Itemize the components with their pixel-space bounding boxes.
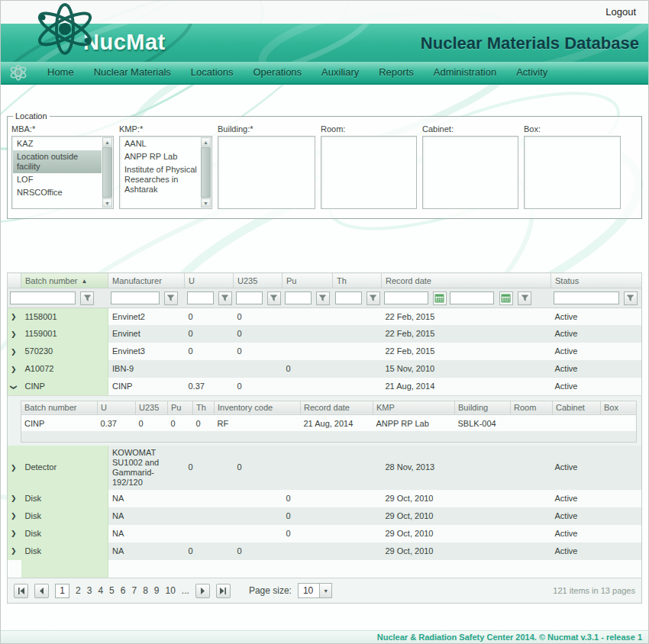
expand-row-icon[interactable]: ❯ xyxy=(11,365,17,375)
pu-filter-button[interactable] xyxy=(316,291,330,305)
logout-link[interactable]: Logout xyxy=(605,6,636,18)
nav-item-auxiliary[interactable]: Auxiliary xyxy=(312,62,369,83)
page-size-dropdown[interactable]: 10 ▼ xyxy=(298,583,332,598)
mba-list-item[interactable]: NRSCOffice xyxy=(13,186,102,199)
th-filter-input[interactable] xyxy=(335,291,362,304)
mba-list-item[interactable]: LOF xyxy=(13,173,102,186)
column-header-th[interactable]: Th xyxy=(333,273,382,288)
row-expander[interactable]: ❯ xyxy=(8,490,21,507)
detail-column-u235[interactable]: U235 xyxy=(136,401,168,414)
manufacturer-filter-button[interactable] xyxy=(164,291,178,305)
nav-item-locations[interactable]: Locations xyxy=(181,62,244,83)
page-number-link[interactable]: 5 xyxy=(109,585,115,596)
scrollbar-thumb[interactable] xyxy=(102,147,112,198)
kmp-list-item[interactable]: Institute of Physical Researches in Asht… xyxy=(121,163,200,196)
column-header-batch-number[interactable]: Batch number▲ xyxy=(21,273,108,288)
table-row[interactable]: ❯ Disk NA 0 29 Oct, 2010 Active xyxy=(8,490,642,507)
row-expander[interactable]: ❯ xyxy=(8,525,21,543)
row-expander[interactable]: ❯ xyxy=(8,378,21,395)
kmp-list-item[interactable]: ANPP RP Lab xyxy=(121,150,200,163)
u235-filter-input[interactable] xyxy=(236,291,263,304)
detail-column-batch-number[interactable]: Batch number xyxy=(21,401,98,414)
status-filter-input[interactable] xyxy=(554,291,619,304)
row-expander[interactable]: ❯ xyxy=(8,325,21,343)
mba-listbox[interactable]: KAZ Location outside facility LOF NRSCOf… xyxy=(11,136,114,209)
nav-item-operations[interactable]: Operations xyxy=(244,62,312,83)
scrollbar-thumb[interactable] xyxy=(201,147,211,198)
row-expander[interactable]: ❯ xyxy=(8,543,21,560)
detail-column-box[interactable]: Box xyxy=(601,401,637,414)
kmp-listbox[interactable]: AANL ANPP RP Lab Institute of Physical R… xyxy=(119,136,212,209)
page-number-link[interactable]: 2 xyxy=(76,585,81,596)
row-expander[interactable]: ❯ xyxy=(8,343,21,360)
expand-row-icon[interactable]: ❯ xyxy=(11,529,17,539)
nav-item-nuclear-materials[interactable]: Nuclear Materials xyxy=(84,62,181,83)
detail-column-u[interactable]: U xyxy=(98,401,136,414)
column-header-status[interactable]: Status xyxy=(551,273,642,288)
page-number-link[interactable]: 8 xyxy=(143,585,148,596)
expand-row-icon[interactable]: ❯ xyxy=(11,494,17,504)
status-filter-button[interactable] xyxy=(624,291,638,305)
table-row[interactable]: ❯ Disk NA 0 0 29 Oct, 2010 Active xyxy=(8,543,642,560)
box-listbox[interactable] xyxy=(524,136,621,209)
page-number-link[interactable]: 3 xyxy=(87,585,92,596)
first-page-button[interactable] xyxy=(14,584,28,598)
table-row[interactable]: ❯ 1158001 Envinet2 0 0 22 Feb, 2015 Acti… xyxy=(8,308,642,325)
mba-scrollbar[interactable]: ▲ ▼ xyxy=(102,137,112,208)
column-header-u[interactable]: U xyxy=(185,273,234,288)
column-header-u235[interactable]: U235 xyxy=(234,273,283,288)
row-expander[interactable]: ❯ xyxy=(8,308,21,325)
table-row[interactable]: ❯ A10072 IBN-9 0 15 Nov, 2010 Active xyxy=(8,360,642,378)
page-number-current[interactable]: 1 xyxy=(55,584,69,598)
page-number-link[interactable]: 7 xyxy=(131,585,137,596)
scroll-down-icon[interactable]: ▼ xyxy=(102,198,112,208)
pu-filter-input[interactable] xyxy=(285,291,312,304)
row-expander[interactable]: ❯ xyxy=(8,446,21,490)
table-row-expanded[interactable]: ❯ CINP CINP 0.37 0 21 Aug, 2014 Active xyxy=(8,378,642,395)
row-expander[interactable]: ❯ xyxy=(8,360,21,378)
manufacturer-filter-input[interactable] xyxy=(111,291,160,304)
detail-column-inventory-code[interactable]: Inventory code xyxy=(215,401,301,414)
record-date-to-calendar-button[interactable] xyxy=(499,291,513,305)
detail-column-record-date[interactable]: Record date xyxy=(301,401,373,414)
detail-column-cabinet[interactable]: Cabinet xyxy=(553,401,601,414)
expand-row-icon[interactable]: ❯ xyxy=(11,330,17,340)
page-number-link[interactable]: 4 xyxy=(98,585,103,596)
record-date-to-input[interactable] xyxy=(450,291,494,304)
column-header-record-date[interactable]: Record date xyxy=(382,273,551,288)
detail-column-pu[interactable]: Pu xyxy=(168,401,193,414)
u-filter-input[interactable] xyxy=(187,291,214,304)
scroll-down-icon[interactable]: ▼ xyxy=(201,198,211,208)
detail-column-th[interactable]: Th xyxy=(193,401,215,414)
nav-item-reports[interactable]: Reports xyxy=(369,62,424,83)
nav-item-activity[interactable]: Activity xyxy=(506,62,557,83)
expand-row-icon[interactable]: ❯ xyxy=(11,312,17,322)
nav-item-administration[interactable]: Administration xyxy=(424,62,506,83)
record-date-from-calendar-button[interactable] xyxy=(433,291,447,305)
nav-item-home[interactable]: Home xyxy=(37,62,84,83)
u-filter-button[interactable] xyxy=(218,291,232,305)
batch-filter-input[interactable] xyxy=(10,291,76,304)
record-date-filter-button[interactable] xyxy=(518,291,531,305)
kmp-scrollbar[interactable]: ▲ ▼ xyxy=(201,137,211,208)
pagination-ellipsis[interactable]: ... xyxy=(182,585,189,596)
detail-column-room[interactable]: Room xyxy=(511,401,553,414)
page-number-link[interactable]: 6 xyxy=(121,585,126,596)
th-filter-button[interactable] xyxy=(366,291,380,305)
table-row[interactable]: ❯ 570230 Envinet3 0 0 22 Feb, 2015 Activ… xyxy=(8,343,642,360)
detail-column-kmp[interactable]: KMP xyxy=(373,401,455,414)
table-row[interactable]: ❯ Detector KOWOMAT SU1002 and Gammarid-1… xyxy=(8,446,642,490)
expand-row-icon[interactable]: ❯ xyxy=(11,347,17,357)
table-row[interactable]: ❯ 1159001 Envinet 0 0 22 Feb, 2015 Activ… xyxy=(8,325,642,343)
room-listbox[interactable] xyxy=(321,136,417,209)
batch-filter-button[interactable] xyxy=(80,291,94,305)
table-row[interactable]: ❯ Disk NA 0 29 Oct, 2010 Active xyxy=(8,507,642,525)
column-header-manufacturer[interactable]: Manufacturer xyxy=(108,273,185,288)
mba-list-item[interactable]: KAZ xyxy=(13,137,102,150)
page-number-link[interactable]: 10 xyxy=(166,585,176,596)
last-page-button[interactable] xyxy=(216,584,231,598)
expand-row-icon[interactable]: ❯ xyxy=(11,511,17,521)
table-row[interactable]: ❯ Disk NA 0 29 Oct, 2010 Active xyxy=(8,525,642,543)
next-page-button[interactable] xyxy=(195,584,210,598)
detail-data-row[interactable]: CINP 0.37 0 0 0 RF 21 Aug, 2014 ANPP RP … xyxy=(21,414,637,431)
